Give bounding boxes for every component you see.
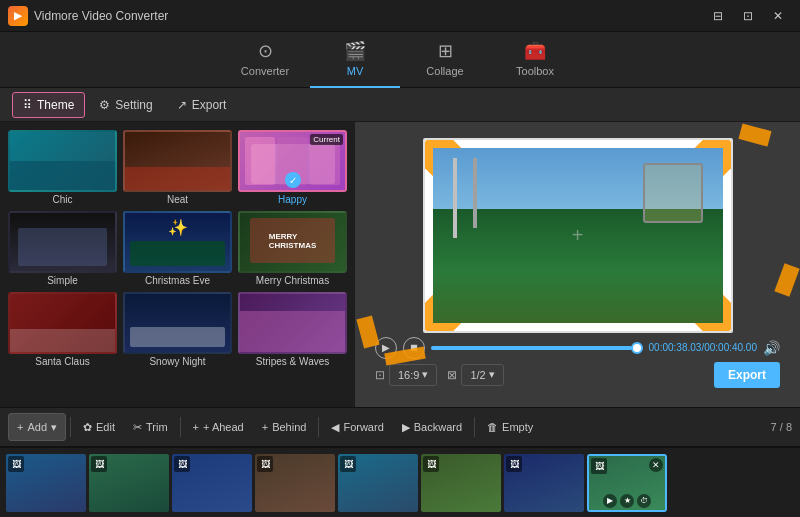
filmstrip-item-5[interactable]: 🖼 (338, 454, 418, 512)
filmstrip-star-btn[interactable]: ★ (620, 494, 634, 508)
filmstrip-controls-8: ▶ ★ ⏱ (603, 494, 651, 508)
tab-toolbox[interactable]: 🧰 Toolbox (490, 32, 580, 88)
close-button[interactable]: ✕ (764, 6, 792, 26)
theme-tab[interactable]: ⠿ Theme (12, 92, 85, 118)
title-bar-left: ▶ Vidmore Video Converter (8, 6, 168, 26)
themes-panel: Chic Neat Current ✓ Happy (0, 122, 355, 407)
current-badge: Current (310, 134, 343, 145)
filmstrip-icon-3: 🖼 (174, 456, 190, 472)
export-button[interactable]: Export (714, 362, 780, 388)
app-title: Vidmore Video Converter (34, 9, 168, 23)
theme-happy[interactable]: Current ✓ Happy (238, 130, 347, 205)
behind-plus-icon: + (262, 421, 268, 433)
theme-grid-icon: ⠿ (23, 98, 32, 112)
add-label: Add (27, 421, 47, 433)
filmstrip: 🖼 🖼 🖼 🖼 🖼 🖼 🖼 (0, 447, 800, 517)
tab-mv-label: MV (347, 65, 364, 77)
add-plus-icon: + (17, 421, 23, 433)
filmstrip-item-8[interactable]: 🖼 ✕ ▶ ★ ⏱ (587, 454, 667, 512)
mv-icon: 🎬 (344, 40, 366, 62)
separator-4 (474, 417, 475, 437)
filmstrip-item-7[interactable]: 🖼 (504, 454, 584, 512)
ahead-label: + Ahead (203, 421, 244, 433)
resolution-value: 1/2 (470, 369, 485, 381)
setting-gear-icon: ⚙ (99, 98, 110, 112)
theme-stripes-waves[interactable]: Stripes & Waves (238, 292, 347, 367)
check-badge: ✓ (285, 172, 301, 188)
tab-converter[interactable]: ⊙ Converter (220, 32, 310, 88)
progress-bar[interactable] (431, 346, 643, 350)
main-content: Chic Neat Current ✓ Happy (0, 122, 800, 407)
resolution-dropdown-icon: ▾ (489, 368, 495, 381)
theme-merry-christmas[interactable]: MERRYCHRISTMAS Merry Christmas (238, 211, 347, 286)
ahead-button[interactable]: + + Ahead (185, 413, 252, 441)
theme-label: Theme (37, 98, 74, 112)
empty-button[interactable]: 🗑 Empty (479, 413, 541, 441)
resolution-button[interactable]: 1/2 ▾ (461, 364, 503, 386)
preview-frame: + (423, 138, 733, 333)
empty-label: Empty (502, 421, 533, 433)
separator-2 (180, 417, 181, 437)
resolution-icon: ⊠ (447, 368, 457, 382)
tab-converter-label: Converter (241, 65, 289, 77)
filmstrip-item-6[interactable]: 🖼 (421, 454, 501, 512)
theme-merry-christmas-thumb: MERRYCHRISTMAS (238, 211, 347, 273)
aspect-ratio-button[interactable]: 16:9 ▾ (389, 364, 437, 386)
app-logo: ▶ (8, 6, 28, 26)
filmstrip-play-btn[interactable]: ▶ (603, 494, 617, 508)
theme-christmas-eve[interactable]: ✨ Christmas Eve (123, 211, 232, 286)
export-tab[interactable]: ↗ Export (167, 92, 237, 118)
edit-button[interactable]: ✿ Edit (75, 413, 123, 441)
deco-orange-top (738, 123, 771, 146)
setting-tab[interactable]: ⚙ Setting (89, 92, 162, 118)
theme-christmas-eve-thumb: ✨ (123, 211, 232, 273)
filmstrip-clock-btn[interactable]: ⏱ (637, 494, 651, 508)
theme-neat-thumb (123, 130, 232, 192)
filmstrip-item-3[interactable]: 🖼 (172, 454, 252, 512)
aspect-ratio-group: ⊡ 16:9 ▾ ⊠ 1/2 ▾ (375, 364, 504, 386)
theme-neat[interactable]: Neat (123, 130, 232, 205)
filmstrip-icon-6: 🖼 (423, 456, 439, 472)
player-row2: ⊡ 16:9 ▾ ⊠ 1/2 ▾ Export (375, 362, 780, 388)
theme-chic[interactable]: Chic (8, 130, 117, 205)
backward-label: Backward (414, 421, 462, 433)
export-arrow-icon: ↗ (177, 98, 187, 112)
volume-icon[interactable]: 🔊 (763, 340, 780, 356)
theme-simple-thumb (8, 211, 117, 273)
forward-button[interactable]: ◀ Forward (323, 413, 391, 441)
trim-scissors-icon: ✂ (133, 421, 142, 434)
filmstrip-item-2[interactable]: 🖼 (89, 454, 169, 512)
filmstrip-item-1[interactable]: 🖼 (6, 454, 86, 512)
add-button[interactable]: + Add ▾ (8, 413, 66, 441)
tab-mv[interactable]: 🎬 MV (310, 32, 400, 88)
page-count: 7 / 8 (771, 421, 792, 433)
theme-stripes-waves-label: Stripes & Waves (256, 356, 330, 367)
aspect-ratio-value: 16:9 (398, 369, 419, 381)
maximize-button[interactable]: ⊡ (734, 6, 762, 26)
title-bar: ▶ Vidmore Video Converter ⊟ ⊡ ✕ (0, 0, 800, 32)
nav-tabs: ⊙ Converter 🎬 MV ⊞ Collage 🧰 Toolbox (0, 32, 800, 88)
theme-chic-label: Chic (52, 194, 72, 205)
progress-fill (431, 346, 632, 350)
behind-button[interactable]: + Behind (254, 413, 315, 441)
minimize-button[interactable]: ⊟ (704, 6, 732, 26)
separator-1 (70, 417, 71, 437)
theme-christmas-eve-label: Christmas Eve (145, 275, 210, 286)
theme-snowy-night[interactable]: Snowy Night (123, 292, 232, 367)
tab-collage[interactable]: ⊞ Collage (400, 32, 490, 88)
setting-label: Setting (115, 98, 152, 112)
theme-neat-label: Neat (167, 194, 188, 205)
theme-santa-claus-label: Santa Claus (35, 356, 89, 367)
theme-simple[interactable]: Simple (8, 211, 117, 286)
filmstrip-close-8[interactable]: ✕ (649, 458, 663, 472)
trim-button[interactable]: ✂ Trim (125, 413, 176, 441)
player-row1: ▶ ⏹ 00:00:38.03/00:00:40.00 🔊 (375, 337, 780, 359)
filmstrip-item-4[interactable]: 🖼 (255, 454, 335, 512)
separator-3 (318, 417, 319, 437)
edit-icon: ✿ (83, 421, 92, 434)
add-dropdown-icon: ▾ (51, 421, 57, 434)
empty-trash-icon: 🗑 (487, 421, 498, 433)
theme-santa-claus[interactable]: Santa Claus (8, 292, 117, 367)
backward-button[interactable]: ▶ Backward (394, 413, 470, 441)
title-bar-controls: ⊟ ⊡ ✕ (704, 6, 792, 26)
